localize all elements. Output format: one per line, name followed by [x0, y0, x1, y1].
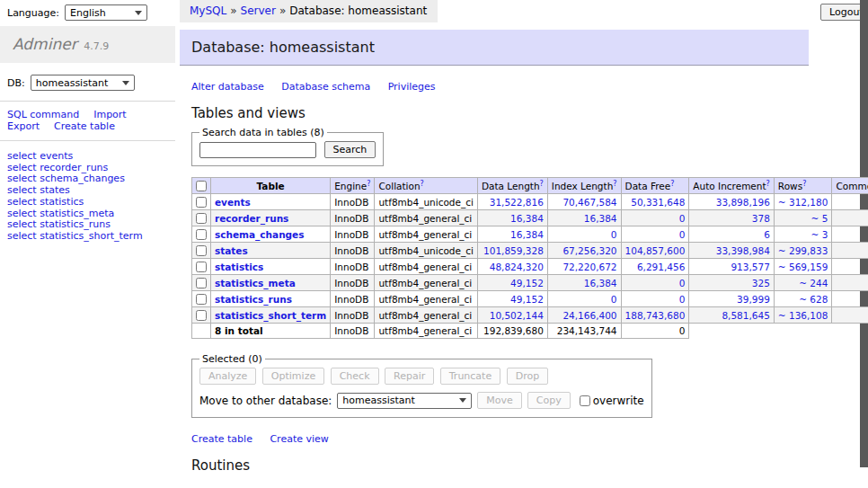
row-checkbox[interactable]	[196, 197, 207, 208]
data-free-link[interactable]: 6,291,456	[637, 262, 685, 272]
auto-increment-link[interactable]: 33,398,984	[716, 245, 770, 256]
language-select[interactable]: English	[65, 4, 147, 21]
index-length-link[interactable]: 67,256,320	[562, 245, 616, 256]
breadcrumb-separator: »	[230, 4, 236, 17]
column-header-label: Engine	[334, 181, 367, 191]
rows-count-link[interactable]: ~ 299,833	[778, 245, 828, 256]
tables-overview-table: Table Engine? Collation? Data Length? In…	[191, 177, 868, 339]
data-free-link[interactable]: 0	[679, 229, 686, 240]
data-free-link[interactable]: 104,857,600	[625, 245, 686, 256]
search-button[interactable]: Search	[324, 141, 376, 158]
data-free-link[interactable]: 0	[679, 278, 686, 288]
sidebar-table-link[interactable]: select states	[7, 185, 175, 197]
breadcrumb-server-link[interactable]: Server	[241, 4, 276, 17]
index-length-link[interactable]: 72,220,672	[562, 262, 616, 272]
data-free-link[interactable]: 0	[679, 294, 686, 305]
bulk-actions: Analyze Optimize Check Repair Truncate D…	[199, 368, 644, 385]
index-length-link[interactable]: 0	[611, 294, 617, 305]
auto-increment-link[interactable]: 39,999	[737, 294, 770, 305]
column-header-label: Data Length	[482, 181, 540, 191]
data-free-link[interactable]: 188,743,680	[625, 310, 686, 321]
create-table-link[interactable]: Create table	[191, 433, 252, 445]
column-help-link[interactable]: ?	[766, 179, 770, 187]
data-length-link[interactable]: 48,824,320	[490, 262, 544, 272]
sidebar-link-sql-command[interactable]: SQL command	[7, 109, 79, 120]
database-schema-link[interactable]: Database schema	[281, 81, 370, 93]
rows-count-link[interactable]: ~ 569,159	[778, 262, 828, 272]
rows-count-link[interactable]: ~ 5	[811, 213, 828, 224]
sidebar-link-export[interactable]: Export	[7, 120, 40, 132]
column-help-link[interactable]: ?	[613, 179, 616, 187]
row-checkbox[interactable]	[196, 245, 207, 256]
table-name-link[interactable]: states	[215, 245, 248, 256]
engine-cell: InnoDB	[331, 194, 375, 210]
column-help-link[interactable]: ?	[367, 179, 370, 187]
db-select[interactable]: homeassistant	[31, 75, 135, 91]
auto-increment-link[interactable]: 325	[752, 278, 770, 288]
table-name-link[interactable]: statistics_short_term	[215, 310, 326, 321]
table-name-link[interactable]: statistics_runs	[215, 294, 292, 305]
row-checkbox[interactable]	[196, 278, 207, 288]
privileges-link[interactable]: Privileges	[388, 81, 436, 93]
search-input[interactable]	[199, 142, 316, 158]
rows-count-link[interactable]: ~ 3	[811, 229, 828, 240]
breadcrumb-current: Database: homeassistant	[289, 4, 427, 17]
sidebar-table-link[interactable]: select statistics_short_term	[7, 231, 175, 243]
check-all-checkbox[interactable]	[196, 181, 207, 191]
db-selector-row: DB: homeassistant	[0, 63, 175, 102]
comment-cell	[832, 291, 868, 307]
data-length-link[interactable]: 16,384	[510, 229, 544, 240]
column-help-link[interactable]: ?	[540, 179, 544, 187]
sidebar-link-create-table[interactable]: Create table	[54, 120, 115, 132]
row-checkbox[interactable]	[196, 294, 207, 305]
table-name-link[interactable]: statistics	[215, 262, 263, 272]
page-title: Database: homeassistant	[180, 30, 809, 66]
rows-count-link[interactable]: ~ 244	[799, 278, 828, 288]
table-name-link[interactable]: statistics_meta	[215, 278, 296, 288]
data-free-link[interactable]: 0	[679, 213, 686, 224]
auto-increment-link[interactable]: 6	[764, 229, 770, 240]
sidebar-table-link[interactable]: select events	[7, 151, 175, 163]
row-checkbox[interactable]	[196, 310, 207, 321]
table-name-link[interactable]: schema_changes	[215, 229, 305, 240]
column-help-link[interactable]: ?	[670, 179, 674, 187]
index-length-link[interactable]: 0	[611, 229, 617, 240]
table-name-link[interactable]: recorder_runs	[215, 213, 288, 224]
auto-increment-link[interactable]: 378	[752, 213, 770, 224]
data-free-link[interactable]: 50,331,648	[631, 197, 685, 208]
row-checkbox[interactable]	[196, 262, 207, 272]
column-help-link[interactable]: ?	[802, 179, 806, 187]
table-name-link[interactable]: events	[215, 197, 251, 208]
data-length-link[interactable]: 16,384	[510, 213, 544, 224]
column-header-label: Auto Increment	[693, 181, 766, 191]
data-length-link[interactable]: 101,859,328	[483, 245, 544, 256]
index-length-link[interactable]: 16,384	[584, 278, 617, 288]
overwrite-checkbox[interactable]	[580, 395, 590, 406]
overwrite-option: overwrite	[580, 395, 644, 407]
create-view-link[interactable]: Create view	[270, 433, 328, 445]
data-length-link[interactable]: 31,522,816	[490, 197, 544, 208]
sidebar-link-import[interactable]: Import	[93, 109, 127, 120]
breadcrumb-mysql-link[interactable]: MySQL	[190, 4, 226, 17]
data-length-link[interactable]: 10,502,144	[490, 310, 544, 321]
rows-count-link[interactable]: ~ 312,180	[778, 197, 828, 208]
auto-increment-link[interactable]: 33,898,196	[716, 197, 770, 208]
index-length-link[interactable]: 70,467,584	[562, 197, 616, 208]
row-checkbox[interactable]	[196, 213, 207, 224]
sidebar-table-link[interactable]: select statistics	[7, 197, 175, 209]
alter-database-link[interactable]: Alter database	[191, 81, 264, 93]
rows-count-link[interactable]: ~ 628	[799, 294, 828, 305]
breadcrumb: MySQL»Server»Database: homeassistant	[180, 0, 438, 22]
overwrite-label: overwrite	[593, 395, 644, 407]
auto-increment-link[interactable]: 913,577	[731, 262, 769, 272]
data-length-link[interactable]: 49,152	[510, 294, 544, 305]
row-checkbox[interactable]	[196, 229, 207, 240]
move-database-select[interactable]: homeassistant	[337, 393, 472, 409]
total-collation-cell: utf8mb4_general_ci	[375, 324, 477, 339]
column-help-link[interactable]: ?	[421, 179, 424, 187]
index-length-link[interactable]: 16,384	[584, 213, 617, 224]
index-length-link[interactable]: 24,166,400	[562, 310, 616, 321]
rows-count-link[interactable]: ~ 136,108	[778, 310, 828, 321]
data-length-link[interactable]: 49,152	[510, 278, 544, 288]
auto-increment-link[interactable]: 8,581,645	[722, 310, 769, 321]
